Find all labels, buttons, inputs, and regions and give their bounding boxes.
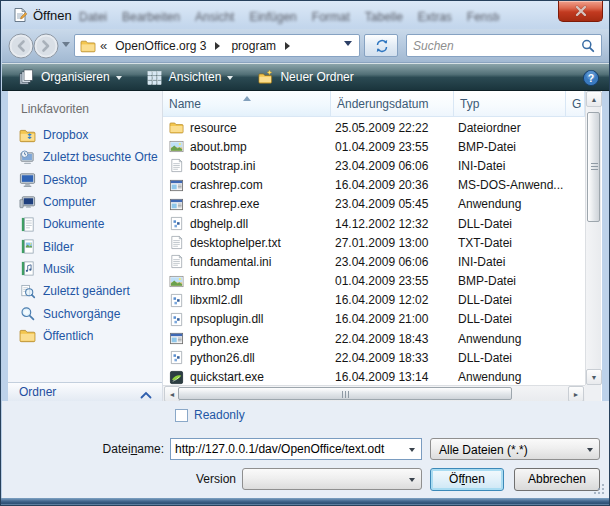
image-file-icon (169, 274, 184, 289)
sidebar-item-label: Zuletzt geändert (43, 284, 130, 298)
close-button[interactable] (558, 1, 603, 22)
new-folder-button[interactable]: Neuer Ordner (249, 66, 361, 88)
sidebar-item-suchvorg-nge[interactable]: Suchvorgänge (8, 302, 162, 324)
search-input[interactable] (413, 37, 573, 54)
table-row[interactable]: python.exe22.04.2009 18:43Anwendung (163, 329, 585, 348)
readonly-label[interactable]: Readonly (194, 408, 245, 422)
help-button[interactable]: ? (582, 69, 600, 87)
file-date: 16.04.2009 21:00 (331, 312, 454, 326)
table-row[interactable]: crashrep.com16.04.2009 20:36MS-DOS-Anwen… (163, 176, 585, 195)
breadcrumb[interactable]: « OpenOffice.org 3program (74, 34, 360, 57)
file-name: libxml2.dll (190, 293, 243, 307)
breadcrumb-separator-icon[interactable] (285, 42, 294, 50)
background-menu-item: Extras (418, 10, 452, 24)
table-row[interactable]: python26.dll22.04.2009 18:33DLL-Datei (163, 348, 585, 367)
vertical-scrollbar[interactable]: ▲ ▼ (585, 91, 601, 385)
column-header-date[interactable]: Änderungsdatum (331, 91, 454, 116)
file-list: Name Änderungsdatum Typ G resource25.05.… (163, 91, 602, 401)
sidebar-item-zuletzt-ge-ndert[interactable]: Zuletzt geändert (8, 280, 162, 302)
navigation-bar: « OpenOffice.org 3program (2, 29, 610, 63)
history-dropdown-icon[interactable] (62, 42, 70, 51)
background-menu-item: Einfügen (249, 10, 296, 24)
table-row[interactable]: crashrep.exe23.04.2009 05:45Anwendung (163, 195, 585, 214)
horizontal-scroll-thumb[interactable] (178, 387, 512, 400)
forward-button[interactable] (33, 33, 59, 59)
table-row[interactable]: libxml2.dll16.04.2009 12:02DLL-Datei (163, 291, 585, 310)
sidebar-item-dropbox[interactable]: Dropbox (8, 124, 162, 146)
sidebar-item-label: Musik (43, 262, 74, 276)
window-bottom-frame (1, 498, 610, 506)
file-date: 23.04.2009 06:06 (331, 159, 454, 173)
chevron-down-icon (116, 76, 122, 83)
title-bar[interactable]: Öffnen DateiBearbeitenAnsichtEinfügenFor… (1, 1, 610, 29)
file-name: quickstart.exe (190, 370, 264, 384)
table-row[interactable]: intro.bmp01.04.2009 23:55BMP-Datei (163, 272, 585, 291)
svg-text:?: ? (588, 72, 594, 84)
views-button[interactable]: Ansichten (138, 66, 242, 88)
column-header-size[interactable]: G (566, 91, 585, 116)
sidebar-item-desktop[interactable]: Desktop (8, 169, 162, 191)
new-folder-icon (257, 69, 274, 86)
table-row[interactable]: desktophelper.txt27.01.2009 13:00TXT-Dat… (163, 233, 585, 252)
organize-button[interactable]: Organisieren (10, 66, 130, 88)
sidebar-item-zuletzt-besuchte-orte[interactable]: Zuletzt besuchte Orte (8, 146, 162, 168)
sidebar-item-musik[interactable]: Musik (8, 258, 162, 280)
scroll-down-button[interactable]: ▼ (586, 369, 602, 385)
file-name: crashrep.com (190, 178, 263, 192)
scroll-up-button[interactable]: ▲ (586, 91, 602, 107)
scroll-right-button[interactable]: ► (568, 386, 584, 402)
column-header-name[interactable]: Name (163, 91, 331, 116)
open-button[interactable]: Öffnen (430, 468, 504, 491)
file-type: MS-DOS-Anwend... (454, 178, 566, 192)
table-row[interactable]: quickstart.exe16.04.2009 13:14Anwendung (163, 367, 585, 386)
table-row[interactable]: about.bmp01.04.2009 23:55BMP-Datei (163, 137, 585, 156)
file-date: 16.04.2009 13:14 (331, 370, 454, 384)
breadcrumb-separator-icon[interactable] (215, 42, 224, 50)
vertical-scroll-thumb[interactable] (587, 112, 600, 222)
file-name: python.exe (190, 332, 249, 346)
breadcrumb-overflow-chevrons[interactable]: « (100, 38, 107, 53)
folder-dropbox-icon (19, 127, 36, 144)
column-header-type[interactable]: Typ (454, 91, 566, 116)
file-type: Anwendung (454, 332, 566, 346)
version-dropdown-button[interactable] (403, 469, 421, 489)
breadcrumb-dropdown-icon[interactable] (344, 41, 352, 50)
filetype-dropdown-button[interactable] (581, 439, 599, 459)
computer-icon (19, 194, 36, 211)
close-icon (574, 5, 588, 17)
refresh-button[interactable] (364, 34, 398, 57)
breadcrumb-segment[interactable]: program (229, 39, 278, 53)
breadcrumb-segment[interactable]: OpenOffice.org 3 (113, 39, 208, 53)
readonly-checkbox[interactable] (175, 409, 188, 422)
folder-public-icon (19, 327, 36, 344)
cancel-button[interactable]: Abbrechen (514, 468, 600, 491)
filename-input[interactable] (175, 441, 401, 457)
horizontal-scrollbar[interactable]: ◄ ► (163, 385, 585, 401)
text-file-icon (169, 158, 184, 173)
filetype-value: Alle Dateien (*.*) (439, 443, 528, 457)
file-name: resource (190, 121, 237, 135)
filetype-select[interactable]: Alle Dateien (*.*) (430, 438, 600, 460)
file-type: Anwendung (454, 197, 566, 211)
command-toolbar: Organisieren Ansichten Neuer Ordner ? (2, 63, 610, 91)
app-file-icon (169, 197, 184, 212)
table-row[interactable]: npsoplugin.dll16.04.2009 21:00DLL-Datei (163, 310, 585, 329)
folders-expander[interactable]: Ordner (8, 382, 162, 401)
sidebar-item--ffentlich[interactable]: Öffentlich (8, 325, 162, 347)
background-menubar: DateiBearbeitenAnsichtEinfügenFormatTabe… (79, 10, 499, 24)
file-type: DLL-Datei (454, 293, 566, 307)
table-row[interactable]: bootstrap.ini23.04.2009 06:06INI-Datei (163, 156, 585, 175)
dll-file-icon (169, 312, 184, 327)
sidebar-item-dokumente[interactable]: Dokumente (8, 213, 162, 235)
table-row[interactable]: resource25.05.2009 22:22Dateiordner (163, 118, 585, 137)
file-type: BMP-Datei (454, 274, 566, 288)
filename-dropdown-button[interactable] (403, 439, 421, 459)
resize-grip[interactable] (594, 483, 605, 494)
sidebar-item-bilder[interactable]: Bilder (8, 235, 162, 257)
sidebar-item-computer[interactable]: Computer (8, 191, 162, 213)
sidebar-item-label: Dropbox (43, 128, 88, 142)
table-row[interactable]: dbghelp.dll14.12.2002 12:32DLL-Datei (163, 214, 585, 233)
version-select[interactable] (242, 468, 422, 490)
back-button[interactable] (8, 33, 34, 59)
table-row[interactable]: fundamental.ini23.04.2009 06:06INI-Datei (163, 252, 585, 271)
